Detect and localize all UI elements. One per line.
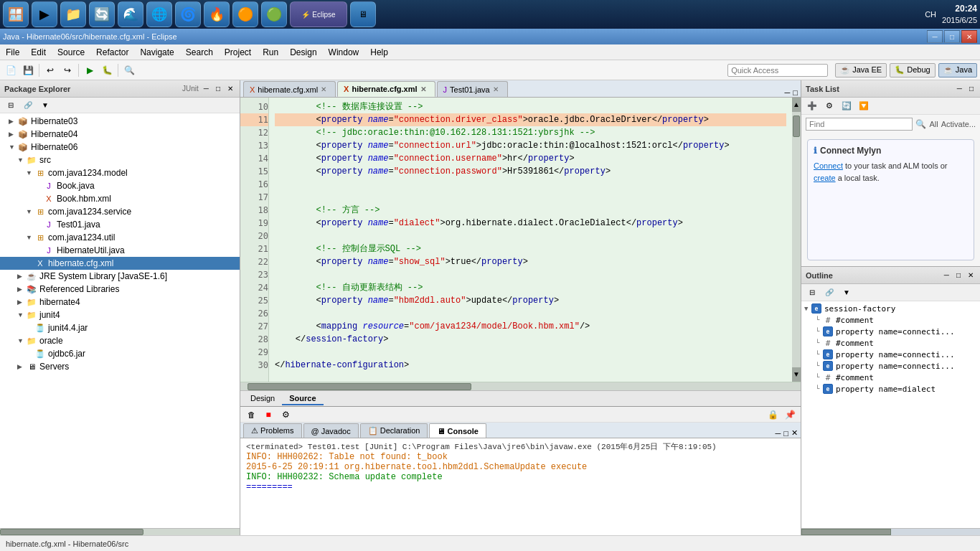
maximize-panel-button[interactable]: □: [214, 84, 222, 93]
minimize-button[interactable]: ─: [927, 30, 943, 43]
tb-app-2[interactable]: 📁: [60, 1, 86, 27]
tree-item-referenced-libs[interactable]: ▶ 📚 Referenced Libraries: [0, 283, 240, 296]
tb-app-1[interactable]: ▶: [32, 1, 57, 27]
maximize-outline-button[interactable]: □: [954, 270, 963, 280]
run-button[interactable]: ▶: [82, 62, 98, 78]
tb-app-5[interactable]: 🌐: [146, 1, 172, 27]
tree-item-book-java[interactable]: J Book.java: [0, 179, 240, 192]
tab-close-button[interactable]: ✕: [420, 85, 426, 93]
tree-item-junit4-jar[interactable]: 🫙 junit4.4.jar: [0, 321, 240, 334]
scroll-thumb[interactable]: [793, 116, 800, 137]
close-button[interactable]: ✕: [961, 30, 977, 43]
undo-button[interactable]: ↩: [42, 62, 58, 78]
outline-scrollbar[interactable]: [801, 528, 980, 535]
declaration-tab[interactable]: 📋 Declaration: [360, 423, 428, 438]
editor-tab-cfg-xml-2[interactable]: X hibernate.cfg.xml ✕: [337, 81, 435, 97]
view-menu-button[interactable]: ▼: [37, 98, 53, 113]
menu-window[interactable]: Window: [323, 44, 365, 60]
tree-item-hibernate04[interactable]: ▶ 📦 Hibernate04: [0, 128, 240, 141]
sync-button[interactable]: 🔄: [839, 98, 854, 114]
redo-button[interactable]: ↪: [60, 62, 75, 78]
minimize-panel-button[interactable]: ─: [202, 84, 211, 93]
link-editor-button[interactable]: 🔗: [20, 98, 36, 113]
tree-item-junit4[interactable]: ▼ 📁 junit4: [0, 309, 240, 321]
tb-app-8[interactable]: 🟠: [232, 1, 258, 27]
design-tab[interactable]: Design: [243, 392, 282, 405]
tree-item-src[interactable]: ▼ 📁 src: [0, 154, 240, 166]
maximize-button[interactable]: □: [944, 30, 960, 43]
menu-edit[interactable]: Edit: [25, 44, 52, 60]
minimize-editor-button[interactable]: ─: [785, 88, 791, 97]
start-button[interactable]: 🪟: [3, 1, 29, 27]
create-link[interactable]: create: [814, 174, 836, 182]
outline-item-comment2[interactable]: └ # #comment: [801, 337, 980, 349]
tb-app-7[interactable]: 🔥: [204, 1, 230, 27]
minimize-tasklist-button[interactable]: ─: [955, 84, 964, 93]
vertical-scrollbar[interactable]: ▲ ▼: [792, 98, 801, 382]
menu-help[interactable]: Help: [364, 44, 394, 60]
outline-collapse-button[interactable]: ⊟: [804, 285, 820, 301]
tree-item-book-xml[interactable]: X Book.hbm.xml: [0, 192, 240, 205]
outline-item-property-1[interactable]: └ e property name=connecti...: [801, 326, 980, 337]
save-button[interactable]: 💾: [20, 62, 36, 78]
tb-app-eclipse[interactable]: ⚡ Eclipse: [290, 1, 347, 27]
search-button[interactable]: 🔍: [121, 62, 137, 78]
clear-console-button[interactable]: 🗑: [243, 407, 259, 423]
outline-sync-button[interactable]: 🔗: [821, 285, 837, 301]
outline-item-session-factory[interactable]: ▼ e session-factory: [801, 303, 980, 314]
tree-item-oracle[interactable]: ▼ 📁 oracle: [0, 334, 240, 347]
junit-tab[interactable]: JUnit: [182, 85, 199, 93]
tree-item-model-pkg[interactable]: ▼ ⊞ com.java1234.model: [0, 166, 240, 179]
task-search-input[interactable]: [806, 118, 913, 131]
perspective-debug[interactable]: 🐛 Debug: [890, 63, 935, 77]
console-tab[interactable]: 🖥 Console: [429, 423, 486, 438]
debug-button[interactable]: 🐛: [99, 62, 115, 78]
h-scroll-thumb[interactable]: [248, 383, 471, 390]
editor-tab-test01[interactable]: J Test01.java ✕: [437, 81, 508, 97]
tree-item-servers[interactable]: ▶ 🖥 Servers: [0, 360, 240, 373]
outline-item-property-3[interactable]: └ e property name=connecti...: [801, 360, 980, 372]
connect-link[interactable]: Connect: [814, 161, 843, 170]
scroll-lock-button[interactable]: 🔒: [765, 407, 781, 423]
minimize-console-button[interactable]: ─: [776, 429, 781, 438]
menu-navigate[interactable]: Navigate: [134, 44, 179, 60]
menu-refactor[interactable]: Refactor: [90, 44, 134, 60]
close-console-button[interactable]: ✕: [791, 428, 798, 438]
outline-scroll-thumb[interactable]: [801, 529, 891, 535]
activate-filter[interactable]: Activate...: [941, 120, 976, 128]
tree-item-hibernate06[interactable]: ▼ 📦 Hibernate06: [0, 141, 240, 154]
task-options-button[interactable]: ⚙: [821, 98, 837, 114]
outline-options-button[interactable]: ▼: [839, 285, 854, 301]
task-filter-button[interactable]: 🔽: [856, 98, 872, 114]
menu-project[interactable]: Project: [219, 44, 257, 60]
tb-app-terminal[interactable]: 🖥: [350, 1, 376, 27]
tab-close-button[interactable]: ✕: [493, 85, 499, 93]
new-button[interactable]: 📄: [3, 62, 19, 78]
scroll-down-button[interactable]: ▼: [792, 367, 801, 382]
quick-access-input[interactable]: [727, 64, 828, 77]
scroll-up-button[interactable]: ▲: [792, 98, 801, 112]
perspective-javaee[interactable]: ☕ Java EE: [835, 63, 887, 77]
editor-tab-cfg-xml-1[interactable]: X hibernate.cfg.xml ✕: [243, 81, 336, 97]
code-text-area[interactable]: <!-- 数据库连接设置 --> <property name="connect…: [269, 98, 792, 382]
maximize-editor-button[interactable]: □: [793, 88, 798, 97]
tb-app-6[interactable]: 🌀: [175, 1, 201, 27]
tree-horizontal-scrollbar[interactable]: [0, 528, 240, 535]
outline-item-comment1[interactable]: └ # #comment: [801, 314, 980, 326]
outline-item-property-2[interactable]: └ e property name=connecti...: [801, 349, 980, 360]
source-tab[interactable]: Source: [282, 392, 323, 405]
menu-search[interactable]: Search: [180, 44, 219, 60]
maximize-tasklist-button[interactable]: □: [967, 84, 976, 93]
tb-app-4[interactable]: 🌊: [118, 1, 143, 27]
menu-run[interactable]: Run: [257, 44, 284, 60]
close-panel-button[interactable]: ✕: [225, 84, 235, 93]
new-task-button[interactable]: ➕: [804, 98, 820, 114]
maximize-console-button[interactable]: □: [783, 429, 788, 438]
outline-item-property-dialect[interactable]: └ e property name=dialect: [801, 383, 980, 395]
javadoc-tab[interactable]: @ Javadoc: [303, 423, 359, 438]
tree-item-hibernateutil[interactable]: J HibernateUtil.java: [0, 244, 240, 257]
console-options-button[interactable]: ⚙: [278, 407, 293, 423]
tb-app-3[interactable]: 🔄: [89, 1, 115, 27]
tb-app-9[interactable]: 🟢: [261, 1, 287, 27]
tree-item-hibernate03[interactable]: ▶ 📦 Hibernate03: [0, 115, 240, 128]
